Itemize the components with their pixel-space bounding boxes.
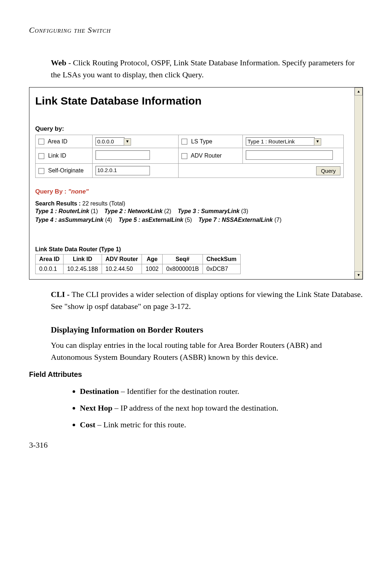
intro-paragraph: Web - Click Routing Protocol, OSPF, Link… [51,57,363,81]
query-button[interactable]: Query [316,166,340,175]
type-legend-line1: Type 1 : RouterLink (1) Type 2 : Network… [35,207,344,216]
attribute-list: Destination – Identifier for the destina… [65,387,363,429]
data-table-title: Link State Data Router (Type 1) [35,246,344,253]
cli-paragraph: CLI - The CLI provides a wider selection… [51,288,363,312]
adv-router-input[interactable] [246,150,333,160]
self-originate-checkbox[interactable] [38,168,44,174]
link-id-label: Link ID [48,152,66,159]
list-item: Cost – Link metric for this route. [80,420,363,429]
dropdown-arrow-icon[interactable]: ▼ [314,138,321,146]
adv-router-label: ADV Router [191,152,222,159]
page-number: 3-316 [29,440,363,450]
ls-type-dropdown[interactable]: Type 1 : RouterLink [246,137,315,146]
intro-rest: - Click Routing Protocol, OSPF, Link Sta… [51,58,355,79]
subsection-heading: Displaying Information on Border Routers [51,325,363,335]
area-id-checkbox[interactable] [38,139,44,144]
self-originate-label: Self-Originate [48,167,83,174]
link-id-input[interactable] [95,150,150,160]
scroll-down-icon[interactable]: ▾ [355,271,363,279]
table-header-row: Area ID Link ID ADV Router Age Seq# Chec… [36,255,241,264]
ls-type-checkbox[interactable] [181,139,187,144]
query-form-table: Area ID 0.0.0.0▼ LS Type Type 1 : Router… [35,135,344,178]
subsection-body: You can display entries in the local rou… [51,339,363,363]
self-originate-input[interactable]: 10.2.0.1 [95,166,150,175]
cli-rest: The CLI provides a wider selection of di… [51,290,363,311]
cli-bold: CLI - [51,290,70,299]
intro-bold: Web [51,58,66,67]
query-by-result: Query By : "none" [35,188,344,195]
area-id-label: Area ID [48,138,68,144]
panel-title: Link State Database Information [35,95,344,107]
list-item: Destination – Identifier for the destina… [80,387,363,396]
adv-router-checkbox[interactable] [181,153,187,159]
web-screenshot: ▴ ▾ Link State Database Information Quer… [29,87,363,280]
list-item: Next Hop – IP address of the next hop to… [80,403,363,413]
area-id-dropdown[interactable]: 0.0.0.0 [95,137,124,146]
search-results: Search Results : 22 results (Total) [35,200,344,207]
section-heading: Configuring the Switch [29,25,363,35]
field-attributes-heading: Field Attributes [29,370,363,379]
scrollbar[interactable]: ▴ ▾ [354,87,363,279]
scroll-up-icon[interactable]: ▴ [355,87,363,95]
link-id-checkbox[interactable] [38,153,44,159]
ls-type-label: LS Type [191,138,212,144]
link-state-data-table: Area ID Link ID ADV Router Age Seq# Chec… [35,254,241,274]
dropdown-arrow-icon[interactable]: ▼ [124,138,131,146]
type-legend-line2: Type 4 : asSummaryLink (4) Type 5 : asEx… [35,216,344,224]
table-row: 0.0.0.1 10.2.45.188 10.2.44.50 1002 0x80… [36,264,241,274]
query-by-label: Query by: [35,125,344,133]
